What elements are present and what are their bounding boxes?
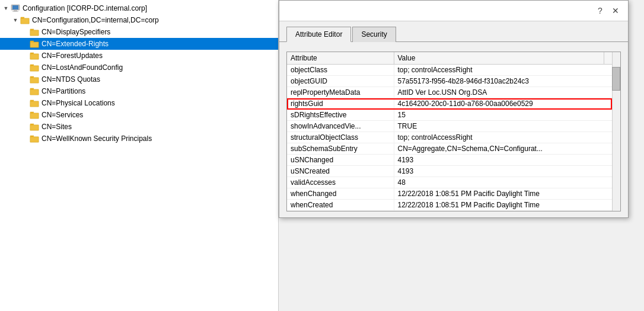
cell-attribute: objectClass	[287, 65, 394, 76]
expand-icon[interactable]: ▼	[2, 5, 9, 12]
tree-item-cn-lost[interactable]: CN=LostAndFoundConfig	[0, 62, 278, 73]
tab-security[interactable]: Security	[352, 27, 396, 42]
svg-rect-1	[12, 5, 18, 9]
svg-rect-10	[30, 89, 39, 95]
tree-item-cn-display[interactable]: CN=DisplaySpecifiers	[0, 26, 278, 38]
table-row[interactable]: objectGUID57a55173-f956-4b28-946d-f310ac…	[287, 76, 612, 87]
table-row[interactable]: rightsGuid4c164200-20c0-11d0-a768-00aa00…	[287, 98, 612, 110]
expand-icon[interactable]	[21, 76, 28, 83]
close-button[interactable]: ✕	[610, 5, 621, 16]
table-row[interactable]: showInAdvancedVie...TRUE	[287, 121, 612, 132]
tree-item-label: CN=DisplaySpecifiers	[42, 28, 110, 36]
folder-icon	[29, 39, 40, 49]
col-value: Value	[394, 52, 604, 65]
folder-icon	[29, 98, 40, 108]
table-row[interactable]: subSchemaSubEntryCN=Aggregate,CN=Schema,…	[287, 143, 612, 155]
attributes-table-container: Attribute Value objectClasstop; controlA…	[286, 52, 621, 211]
table-row[interactable]: replPropertyMetaDataAttID Ver Loc.USN Or…	[287, 87, 612, 98]
svg-rect-6	[30, 42, 39, 47]
cell-value: top; controlAccessRight	[394, 132, 604, 143]
table-row[interactable]: structuralObjectClasstop; controlAccessR…	[287, 132, 612, 143]
folder-icon	[20, 15, 30, 25]
table-header-row: Attribute Value	[287, 52, 612, 65]
table-row[interactable]: objectClasstop; controlAccessRight	[287, 65, 612, 76]
tree-item-cn-config[interactable]: ▼ CN=Configuration,DC=internal,DC=corp	[0, 14, 278, 26]
table-row[interactable]: whenChanged12/22/2018 1:08:51 PM Pacific…	[287, 188, 612, 200]
expand-icon[interactable]: ▼	[12, 17, 19, 24]
tree-item-cn-sites[interactable]: CN=Sites	[0, 121, 278, 133]
svg-rect-3	[12, 11, 18, 12]
tree-item-label: CN=Configuration,DC=internal,DC=corp	[32, 16, 159, 24]
right-panel: ? ✕ Attribute EditorSecurity Attribute V…	[279, 0, 644, 311]
tree-item-label: CN=Services	[42, 111, 83, 119]
cell-value: 57a55173-f956-4b28-946d-f310ac2b24c3	[394, 76, 604, 87]
svg-rect-12	[30, 113, 39, 118]
svg-rect-5	[30, 30, 39, 36]
cell-value: 12/22/2018 1:08:51 PM Pacific Daylight T…	[394, 188, 604, 200]
cell-value: CN=Aggregate,CN=Schema,CN=Configurat...	[394, 143, 604, 155]
svg-rect-8	[30, 66, 39, 71]
folder-icon	[29, 51, 40, 60]
tab-attribute-editor[interactable]: Attribute Editor	[286, 27, 351, 42]
cell-attribute: uSNChanged	[287, 155, 394, 166]
table-row[interactable]: sDRightsEffective15	[287, 110, 612, 121]
tree-view[interactable]: ▼ Configuration [ICORP-DC.internal.corp]…	[0, 0, 279, 311]
tree-item-label: CN=WellKnown Security Principals	[42, 134, 152, 143]
scrollbar[interactable]	[612, 52, 620, 211]
cell-attribute: rightsGuid	[287, 98, 394, 110]
table-row[interactable]: uSNChanged4193	[287, 155, 612, 166]
table-row[interactable]: uSNCreated4193	[287, 166, 612, 177]
svg-rect-11	[30, 101, 39, 107]
expand-icon[interactable]	[21, 28, 28, 36]
cell-attribute: subSchemaSubEntry	[287, 143, 394, 155]
cell-attribute: structuralObjectClass	[287, 132, 394, 143]
tree-item-cn-services[interactable]: CN=Services	[0, 109, 278, 121]
cell-attribute: replPropertyMetaData	[287, 87, 394, 98]
tree-item-label: CN=NTDS Quotas	[42, 75, 100, 84]
cell-value: 4193	[394, 166, 604, 177]
svg-rect-13	[30, 125, 39, 130]
cell-attribute: objectGUID	[287, 76, 394, 87]
tree-item-label: Configuration [ICORP-DC.internal.corp]	[23, 4, 147, 12]
cell-value: 4193	[394, 155, 604, 166]
svg-rect-4	[21, 18, 29, 24]
cell-value: TRUE	[394, 121, 604, 132]
tree-item-label: CN=Physical Locations	[42, 99, 115, 107]
tree-item-cn-ntds[interactable]: CN=NTDS Quotas	[0, 73, 278, 85]
tree-item-cn-wellknown[interactable]: CN=WellKnown Security Principals	[0, 133, 278, 145]
expand-icon[interactable]	[21, 100, 28, 107]
expand-icon[interactable]	[21, 135, 28, 142]
folder-icon	[29, 63, 40, 72]
folder-icon	[29, 86, 40, 96]
dialog-titlebar: ? ✕	[279, 1, 628, 21]
expand-icon[interactable]	[21, 52, 28, 59]
cell-attribute: whenCreated	[287, 200, 394, 211]
tree-item-cn-partitions[interactable]: CN=Partitions	[0, 85, 278, 97]
scroll-thumb[interactable]	[612, 67, 620, 91]
tree-item-label: CN=Extended-Rights	[42, 40, 109, 48]
cell-attribute: whenChanged	[287, 188, 394, 200]
expand-icon[interactable]	[21, 64, 28, 71]
svg-rect-9	[30, 78, 39, 83]
table-row[interactable]: whenCreated12/22/2018 1:08:51 PM Pacific…	[287, 200, 612, 211]
tree-item-cn-extended[interactable]: CN=Extended-Rights	[0, 38, 278, 50]
tree-item-cn-physical[interactable]: CN=Physical Locations	[0, 97, 278, 109]
expand-icon[interactable]	[21, 88, 28, 95]
cell-attribute: validAccesses	[287, 177, 394, 188]
tree-item-cn-forest[interactable]: CN=ForestUpdates	[0, 50, 278, 62]
cell-value: AttID Ver Loc.USN Org.DSA	[394, 87, 604, 98]
computer-icon	[10, 4, 21, 13]
expand-icon[interactable]	[21, 123, 28, 130]
folder-icon	[29, 134, 40, 143]
tree-item-root[interactable]: ▼ Configuration [ICORP-DC.internal.corp]	[0, 2, 278, 14]
dialog-content: Attribute Value objectClasstop; controlA…	[279, 42, 628, 217]
expand-icon[interactable]	[21, 40, 28, 47]
cell-attribute: showInAdvancedVie...	[287, 121, 394, 132]
folder-icon	[29, 122, 40, 132]
help-button[interactable]: ?	[595, 5, 605, 16]
table-row[interactable]: validAccesses48	[287, 177, 612, 188]
svg-rect-14	[30, 137, 39, 142]
expand-icon[interactable]	[21, 111, 28, 118]
folder-icon	[29, 27, 40, 37]
folder-icon	[29, 110, 40, 120]
